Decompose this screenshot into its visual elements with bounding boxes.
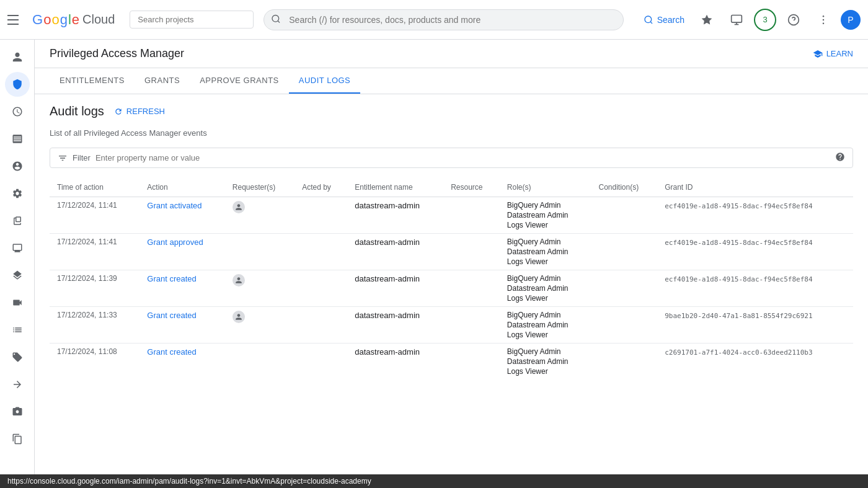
file-copy-icon bbox=[12, 433, 23, 445]
sidebar bbox=[0, 40, 35, 488]
arrow-icon bbox=[12, 379, 23, 390]
topbar: Google Cloud Search bbox=[0, 0, 868, 40]
svg-point-10 bbox=[823, 19, 825, 20]
hamburger-menu-icon[interactable] bbox=[7, 12, 22, 27]
cell-acted-by bbox=[294, 307, 347, 344]
cell-acted-by bbox=[294, 197, 347, 234]
svg-point-11 bbox=[823, 22, 825, 24]
search-button[interactable]: Search bbox=[634, 10, 694, 30]
terminal-icon-button[interactable] bbox=[724, 7, 749, 32]
refresh-button[interactable]: REFRESH bbox=[114, 107, 165, 116]
cell-requester bbox=[225, 234, 294, 270]
col-roles: Role(s) bbox=[500, 178, 591, 197]
search-icon bbox=[644, 15, 653, 25]
cell-action: Grant created bbox=[140, 307, 225, 344]
col-entitlement: Entitlement name bbox=[347, 178, 443, 197]
sidebar-item-workforce[interactable] bbox=[5, 372, 30, 397]
filter-help-icon[interactable] bbox=[835, 152, 845, 164]
audit-logs-content: Audit logs REFRESH List of all Privilege… bbox=[35, 94, 868, 389]
sidebar-item-settings[interactable] bbox=[5, 181, 30, 206]
star-icon bbox=[701, 14, 713, 26]
sidebar-item-bigquery[interactable] bbox=[5, 126, 30, 151]
cell-roles: BigQuery AdminDatastream AdminLogs Viewe… bbox=[500, 197, 591, 234]
cell-action: Grant created bbox=[140, 270, 225, 307]
monitor-icon bbox=[12, 242, 23, 254]
page-header: Privileged Access Manager LEARN bbox=[35, 40, 868, 68]
col-action: Action bbox=[140, 178, 225, 197]
topbar-right: 3 P bbox=[694, 7, 861, 32]
svg-line-1 bbox=[278, 20, 280, 22]
cell-resource bbox=[443, 307, 500, 344]
tab-grants[interactable]: GRANTS bbox=[135, 68, 190, 94]
table-body: 17/12/2024, 11:41 Grant activated datast… bbox=[50, 197, 853, 380]
more-options-button[interactable] bbox=[811, 7, 836, 32]
filter-input[interactable] bbox=[95, 153, 830, 162]
col-conditions: Condition(s) bbox=[591, 178, 657, 197]
audit-logs-table: Time of action Action Requester(s) Acted… bbox=[50, 178, 853, 379]
cell-acted-by bbox=[294, 344, 347, 380]
table-row: 17/12/2024, 11:39 Grant created datastre… bbox=[50, 270, 853, 307]
cell-action: Grant approved bbox=[140, 234, 225, 270]
table-row: 17/12/2024, 11:08 Grant created datastre… bbox=[50, 344, 853, 380]
sidebar-item-org-policy[interactable] bbox=[5, 263, 30, 288]
action-link[interactable]: Grant created bbox=[147, 274, 197, 283]
notifications-button[interactable]: 3 bbox=[754, 9, 776, 31]
table-row: 17/12/2024, 11:33 Grant created datastre… bbox=[50, 307, 853, 344]
svg-point-2 bbox=[645, 16, 652, 23]
layout: Privileged Access Manager LEARN ENTITLEM… bbox=[0, 40, 868, 488]
requester-icon bbox=[232, 274, 245, 286]
cell-requester bbox=[225, 344, 294, 380]
sidebar-item-iam[interactable] bbox=[5, 45, 30, 69]
refresh-icon bbox=[114, 107, 123, 116]
cell-time: 17/12/2024, 11:08 bbox=[50, 344, 140, 380]
table-icon bbox=[12, 133, 23, 144]
avatar[interactable]: P bbox=[841, 10, 861, 30]
tab-approve-grants[interactable]: APPROVE GRANTS bbox=[190, 68, 289, 94]
terminal-icon bbox=[730, 14, 743, 26]
col-resource: Resource bbox=[443, 178, 500, 197]
list-icon bbox=[12, 324, 23, 335]
main-content: Privileged Access Manager LEARN ENTITLEM… bbox=[35, 40, 868, 488]
help-circle-icon bbox=[835, 152, 845, 162]
cell-entitlement: datastream-admin bbox=[347, 270, 443, 307]
cell-grant-id: 9bae1b20-2d40-47a1-8a81-8554f29c6921 bbox=[657, 307, 853, 344]
svg-point-0 bbox=[272, 15, 279, 22]
tab-audit-logs[interactable]: AUDIT LOGS bbox=[289, 68, 361, 94]
filter-icon bbox=[58, 153, 68, 163]
cell-entitlement: datastream-admin bbox=[347, 234, 443, 270]
help-icon-button[interactable] bbox=[781, 7, 806, 32]
tab-entitlements[interactable]: ENTITLEMENTS bbox=[50, 68, 135, 94]
cell-time: 17/12/2024, 11:33 bbox=[50, 307, 140, 344]
star-icon-button[interactable] bbox=[694, 7, 719, 32]
action-link[interactable]: Grant created bbox=[147, 311, 197, 320]
cell-acted-by bbox=[294, 234, 347, 270]
svg-point-9 bbox=[823, 15, 825, 17]
cell-conditions bbox=[591, 197, 657, 234]
sidebar-item-audit[interactable] bbox=[5, 99, 30, 124]
action-link[interactable]: Grant created bbox=[147, 347, 197, 357]
sidebar-item-caps[interactable] bbox=[5, 290, 30, 315]
sidebar-item-console[interactable] bbox=[5, 236, 30, 260]
sidebar-item-service-accounts[interactable] bbox=[5, 154, 30, 179]
sidebar-item-asset[interactable] bbox=[5, 317, 30, 342]
filter-bar: Filter bbox=[50, 148, 853, 168]
cell-requester bbox=[225, 307, 294, 344]
project-search-input[interactable] bbox=[130, 11, 254, 29]
account-circle-icon bbox=[12, 161, 23, 172]
tag-icon bbox=[12, 352, 23, 363]
cell-roles: BigQuery AdminDatastream AdminLogs Viewe… bbox=[500, 344, 591, 380]
action-link[interactable]: Grant activated bbox=[147, 201, 202, 210]
sidebar-item-pam[interactable] bbox=[5, 72, 30, 97]
cell-action: Grant activated bbox=[140, 197, 225, 234]
sidebar-item-workload[interactable] bbox=[5, 208, 30, 233]
sidebar-item-copy2[interactable] bbox=[5, 427, 30, 451]
cell-requester bbox=[225, 270, 294, 307]
cell-conditions bbox=[591, 270, 657, 307]
sidebar-item-tags[interactable] bbox=[5, 345, 30, 370]
learn-button[interactable]: LEARN bbox=[813, 49, 853, 59]
action-link[interactable]: Grant approved bbox=[147, 237, 203, 247]
sidebar-item-snapshot[interactable] bbox=[5, 399, 30, 424]
global-search-input[interactable] bbox=[264, 9, 623, 30]
cell-conditions bbox=[591, 234, 657, 270]
workload-icon bbox=[12, 215, 23, 226]
